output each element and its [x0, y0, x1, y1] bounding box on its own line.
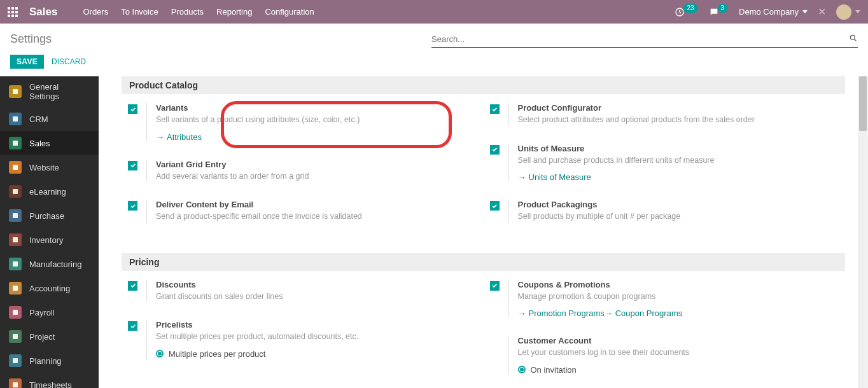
svg-rect-13: [13, 358, 18, 363]
setting-title: Customer Account: [518, 336, 690, 345]
setting-product-packagings: Product PackagingsSell products by multi…: [490, 200, 839, 223]
setting-deliver-content-by-email: Deliver Content by EmailSend a product-s…: [128, 200, 477, 223]
svg-rect-12: [13, 334, 18, 339]
module-icon: [9, 137, 22, 149]
module-icon: [9, 209, 22, 222]
setting-variants: VariantsSell variants of a product using…: [128, 103, 477, 142]
module-icon: [9, 282, 22, 294]
sidebar-item-manufacturing[interactable]: Manufacturing: [0, 252, 99, 276]
menu-to-invoice[interactable]: To Invoice: [121, 7, 158, 17]
arrow-right-icon: →: [518, 172, 526, 182]
scrollbar-thumb[interactable]: [859, 76, 867, 131]
svg-rect-7: [13, 213, 18, 218]
module-icon: [9, 113, 22, 125]
user-menu[interactable]: [836, 4, 860, 20]
setting-description: Grant discounts on sales order lines: [156, 291, 283, 303]
setting-title: Variant Grid Entry: [156, 160, 309, 169]
activities-button[interactable]: 23: [675, 7, 698, 17]
checkbox[interactable]: [490, 281, 500, 291]
setting-link[interactable]: → Promotion Programs: [518, 308, 605, 318]
module-icon: [9, 306, 22, 319]
menu-orders[interactable]: Orders: [83, 7, 108, 17]
sidebar-item-purchase[interactable]: Purchase: [0, 204, 99, 228]
sidebar-item-label: Sales: [29, 139, 50, 148]
checkbox[interactable]: [490, 201, 500, 211]
activities-badge: 23: [683, 4, 697, 13]
scrollbar[interactable]: [858, 76, 868, 388]
setting-description: Add several variants to an order from a …: [156, 171, 309, 183]
avatar: [836, 4, 851, 20]
setting-title: Units of Measure: [518, 144, 715, 153]
setting-title: Coupons & Promotions: [518, 280, 683, 289]
checkbox[interactable]: [128, 161, 137, 170]
setting-description: Send a product-specific email once the i…: [156, 211, 362, 223]
svg-rect-2: [13, 89, 18, 94]
setting-coupons-promotions: Coupons & PromotionsManage promotion & c…: [490, 280, 839, 319]
checkbox[interactable]: [490, 104, 500, 114]
setting-discounts: DiscountsGrant discounts on sales order …: [128, 280, 477, 303]
sidebar-item-label: CRM: [29, 114, 48, 124]
search-bar[interactable]: [431, 31, 858, 48]
checkbox[interactable]: [128, 321, 137, 331]
module-icon: [9, 378, 22, 388]
sidebar-item-inventory[interactable]: Inventory: [0, 228, 99, 252]
messages-button[interactable]: 3: [709, 7, 729, 17]
section-header: Product Catalog: [122, 76, 845, 94]
control-panel: Settings: [0, 24, 868, 55]
module-icon: [9, 161, 22, 174]
sidebar-item-accounting[interactable]: Accounting: [0, 276, 99, 300]
svg-rect-6: [13, 189, 18, 194]
close-icon[interactable]: ✕: [818, 6, 826, 18]
sidebar-item-elearning[interactable]: eLearning: [0, 179, 99, 204]
sidebar-item-label: Website: [29, 163, 59, 172]
apps-icon[interactable]: [8, 7, 18, 17]
sidebar-item-planning[interactable]: Planning: [0, 349, 99, 373]
action-bar: SAVE DISCARD: [0, 55, 868, 76]
sidebar-item-label: Planning: [29, 356, 62, 366]
checkbox[interactable]: [490, 145, 500, 155]
checkbox[interactable]: [128, 281, 137, 291]
chevron-down-icon: [855, 10, 860, 13]
sidebar-item-general-settings[interactable]: General Settings: [0, 76, 99, 107]
radio-option[interactable]: Multiple prices per product: [156, 349, 358, 359]
module-icon: [9, 330, 22, 343]
svg-rect-5: [13, 165, 18, 170]
sidebar-item-crm[interactable]: CRM: [0, 107, 99, 131]
svg-rect-9: [13, 261, 18, 267]
svg-rect-14: [13, 382, 18, 387]
svg-rect-3: [13, 116, 18, 121]
setting-title: Discounts: [156, 280, 283, 289]
setting-description: Sell variants of a product using attribu…: [156, 114, 360, 126]
setting-product-configurator: Product ConfiguratorSelect product attri…: [490, 103, 839, 126]
search-icon[interactable]: [844, 34, 858, 45]
app-brand[interactable]: Sales: [29, 6, 57, 18]
sidebar-item-project[interactable]: Project: [0, 324, 99, 349]
setting-link[interactable]: → Units of Measure: [518, 172, 591, 182]
module-icon: [9, 258, 22, 270]
setting-link[interactable]: → Coupon Programs: [605, 308, 683, 318]
save-button[interactable]: SAVE: [10, 55, 44, 69]
sidebar-item-sales[interactable]: Sales: [0, 131, 99, 155]
checkbox[interactable]: [128, 104, 137, 114]
setting-link[interactable]: → Attributes: [156, 132, 202, 142]
sidebar-item-label: Payroll: [29, 308, 55, 317]
radio-option[interactable]: On invitation: [518, 365, 690, 375]
svg-rect-8: [13, 237, 18, 242]
menu-reporting[interactable]: Reporting: [216, 7, 252, 17]
sidebar-item-payroll[interactable]: Payroll: [0, 300, 99, 324]
setting-variant-grid-entry: Variant Grid EntryAdd several variants t…: [128, 160, 477, 183]
chevron-down-icon: [802, 10, 808, 13]
sidebar-item-timesheets[interactable]: Timesheets: [0, 373, 99, 388]
menu-configuration[interactable]: Configuration: [265, 7, 314, 17]
company-selector[interactable]: Demo Company: [739, 7, 808, 17]
discard-button[interactable]: DISCARD: [52, 57, 86, 66]
sidebar-item-label: Timesheets: [29, 380, 72, 389]
setting-title: Variants: [156, 103, 360, 113]
sidebar-item-website[interactable]: Website: [0, 155, 99, 179]
module-icon: [9, 85, 22, 98]
sidebar-item-label: Manufacturing: [29, 260, 81, 269]
checkbox[interactable]: [128, 201, 137, 211]
menu-products[interactable]: Products: [171, 7, 204, 17]
svg-rect-11: [13, 310, 18, 315]
search-input[interactable]: [431, 33, 844, 45]
